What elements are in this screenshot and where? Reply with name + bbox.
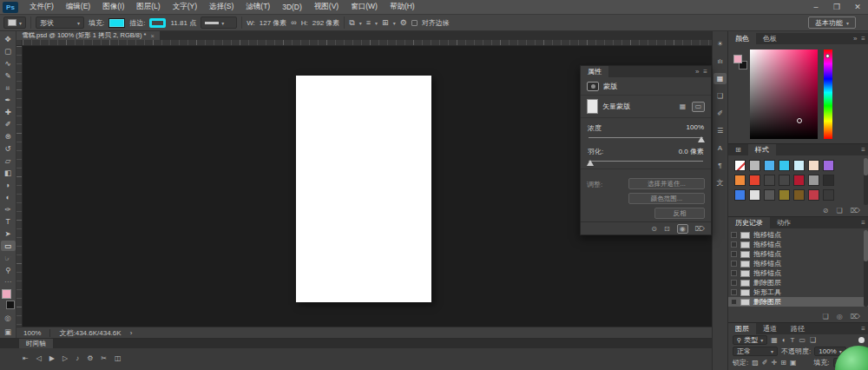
- close-button[interactable]: ✕: [847, 3, 868, 11]
- stroke-color-swatch[interactable]: [149, 18, 166, 28]
- brush-settings-panel-icon[interactable]: ✐: [713, 108, 727, 119]
- horizontal-ruler[interactable]: [23, 40, 712, 46]
- link-dimensions-icon[interactable]: ∞: [291, 18, 296, 27]
- feather-slider-handle[interactable]: [587, 160, 594, 166]
- filter-toggle-icon[interactable]: [858, 337, 865, 343]
- history-brush-source-box[interactable]: [731, 280, 737, 286]
- menu-item[interactable]: 3D(D): [276, 3, 308, 11]
- hue-slider-handle[interactable]: [825, 54, 830, 58]
- style-swatch[interactable]: [734, 160, 746, 171]
- style-swatch[interactable]: [823, 160, 834, 171]
- history-state-row[interactable]: 矩形工具: [728, 287, 868, 297]
- glyphs-panel-icon[interactable]: 文: [713, 177, 727, 188]
- audio-button[interactable]: ♪: [76, 354, 79, 362]
- density-value[interactable]: 100%: [687, 123, 704, 133]
- tab-styles[interactable]: 样式: [748, 144, 776, 155]
- document-artboard[interactable]: [296, 76, 431, 302]
- play-button[interactable]: ▶: [49, 354, 55, 362]
- history-brush-source-box[interactable]: [731, 299, 737, 305]
- history-state-row[interactable]: 拖移锚点: [728, 249, 868, 259]
- tab-timeline[interactable]: 时间轴: [19, 339, 53, 348]
- tab-close-icon[interactable]: ×: [151, 32, 155, 40]
- width-value[interactable]: 127 像素: [260, 18, 287, 28]
- new-document-from-state-icon[interactable]: ❏: [823, 313, 829, 320]
- zoom-level-field[interactable]: 100%: [23, 329, 41, 337]
- style-swatch[interactable]: [823, 175, 834, 186]
- style-swatch[interactable]: [734, 189, 746, 201]
- apply-mask-icon[interactable]: ⊡: [664, 225, 670, 233]
- move-tool[interactable]: ✥: [1, 34, 16, 44]
- scrollbar[interactable]: [864, 158, 868, 205]
- path-alignment-icon[interactable]: ≡: [366, 18, 371, 27]
- lock-pixels-icon[interactable]: ✐: [762, 359, 768, 367]
- style-swatch[interactable]: [764, 175, 775, 186]
- history-brush-source-box[interactable]: [731, 289, 737, 295]
- crop-tool[interactable]: ⌗: [1, 83, 16, 93]
- delete-mask-icon[interactable]: ⌦: [695, 225, 705, 233]
- tab-channels[interactable]: 通道: [756, 323, 784, 334]
- document-tab[interactable]: 雪糕.psd @ 100% (矩形 1 拷贝 2, RGB/8) * ×: [16, 31, 160, 40]
- style-swatch[interactable]: [779, 160, 790, 171]
- settings-button[interactable]: ⚙: [87, 354, 93, 362]
- tab-color[interactable]: 颜色: [728, 33, 756, 44]
- tab-adjustments-icon[interactable]: ⊞: [728, 144, 748, 155]
- navigator-panel-icon[interactable]: ▦: [713, 73, 727, 84]
- tool-preset-picker[interactable]: ▾: [3, 17, 26, 29]
- style-swatch[interactable]: [793, 160, 805, 171]
- lock-transparency-icon[interactable]: ▨: [752, 359, 759, 367]
- tool-mode-select[interactable]: 形状 ▾: [36, 17, 84, 29]
- saturation-brightness-field[interactable]: [750, 50, 818, 139]
- layer-filter-type-select[interactable]: ⚲ 类型 ▾: [733, 335, 767, 345]
- new-style-icon[interactable]: ❏: [837, 207, 843, 215]
- gear-icon[interactable]: ⚙: [400, 18, 407, 27]
- quick-selection-tool[interactable]: ✎: [1, 70, 16, 81]
- transition-button[interactable]: ◫: [115, 354, 122, 362]
- style-swatch[interactable]: [808, 189, 819, 201]
- hue-slider[interactable]: [824, 50, 832, 139]
- histogram-panel-icon[interactable]: ılı: [713, 56, 727, 67]
- load-selection-icon[interactable]: ⊙: [651, 225, 657, 233]
- scrollbar[interactable]: [864, 230, 868, 307]
- mask-visibility-eye-icon[interactable]: ◉: [677, 224, 688, 234]
- color-cursor[interactable]: [797, 118, 802, 123]
- density-slider[interactable]: [589, 135, 703, 142]
- history-brush-source-box[interactable]: [731, 241, 737, 248]
- style-swatch[interactable]: [823, 189, 834, 201]
- history-state-row[interactable]: 删除图层: [728, 297, 868, 307]
- select-and-mask-button[interactable]: 选择并遮住...: [628, 178, 705, 189]
- dodge-tool[interactable]: ◐: [1, 192, 16, 202]
- brush-tool[interactable]: ✐: [1, 119, 16, 129]
- panel-menu-icon[interactable]: ≡: [861, 35, 865, 43]
- path-arrangement-icon[interactable]: ⊞: [382, 18, 389, 27]
- status-chevron-icon[interactable]: ›: [130, 329, 133, 337]
- previous-frame-button[interactable]: ◁: [36, 354, 42, 362]
- pen-tool[interactable]: ✑: [1, 204, 16, 215]
- foreground-background-swatches[interactable]: [1, 289, 16, 309]
- history-brush-tool[interactable]: ↺: [1, 143, 16, 154]
- clone-stamp-tool[interactable]: ⊛: [1, 131, 16, 142]
- clone-source-panel-icon[interactable]: ❏: [713, 90, 727, 102]
- tab-properties[interactable]: 属性: [581, 66, 608, 77]
- style-swatch[interactable]: [764, 160, 775, 171]
- history-state-row[interactable]: 拖移锚点: [728, 268, 868, 278]
- feather-slider[interactable]: [589, 158, 703, 165]
- adjustments-panel-icon[interactable]: ☀: [713, 38, 727, 50]
- style-swatch[interactable]: [749, 189, 760, 201]
- background-color-swatch[interactable]: [6, 301, 15, 309]
- menu-item[interactable]: 编辑(E): [60, 2, 96, 12]
- eyedropper-tool[interactable]: ✒: [1, 95, 16, 105]
- new-snapshot-camera-icon[interactable]: ◎: [837, 313, 843, 320]
- edit-toolbar-ellipsis-icon[interactable]: ⋯: [4, 278, 11, 286]
- filter-pixel-layers-icon[interactable]: ▦: [771, 336, 778, 344]
- hand-tool[interactable]: ☞: [1, 253, 16, 263]
- tab-actions[interactable]: 动作: [770, 217, 798, 228]
- tab-swatches[interactable]: 色板: [756, 33, 784, 44]
- style-swatch[interactable]: [734, 175, 746, 186]
- tab-paths[interactable]: 路径: [784, 323, 812, 334]
- panel-menu-icon[interactable]: ≡: [703, 68, 707, 76]
- filter-type-layers-icon[interactable]: T: [791, 336, 795, 344]
- color-range-button[interactable]: 颜色范围...: [628, 193, 705, 204]
- history-brush-source-box[interactable]: [731, 270, 737, 276]
- delete-style-icon[interactable]: ⌦: [851, 207, 860, 215]
- gradient-tool[interactable]: ◧: [1, 168, 16, 178]
